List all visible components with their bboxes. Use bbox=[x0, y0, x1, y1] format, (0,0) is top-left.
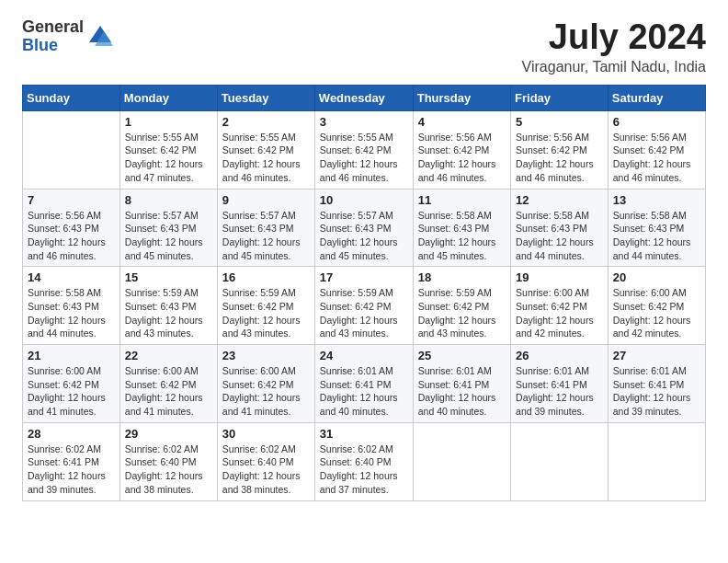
day-info: Sunrise: 5:57 AM Sunset: 6:43 PM Dayligh… bbox=[125, 209, 212, 263]
calendar-cell: 25Sunrise: 6:01 AM Sunset: 6:41 PM Dayli… bbox=[413, 345, 510, 423]
day-info: Sunrise: 5:58 AM Sunset: 6:43 PM Dayligh… bbox=[613, 209, 700, 263]
day-info: Sunrise: 6:02 AM Sunset: 6:41 PM Dayligh… bbox=[28, 442, 115, 497]
weekday-header-sunday: Sunday bbox=[23, 85, 120, 110]
day-info: Sunrise: 5:56 AM Sunset: 6:42 PM Dayligh… bbox=[613, 131, 700, 185]
month-title: July 2024 bbox=[522, 18, 706, 57]
day-number: 7 bbox=[28, 193, 115, 207]
day-number: 23 bbox=[222, 349, 310, 362]
calendar-cell: 12Sunrise: 5:58 AM Sunset: 6:43 PM Dayli… bbox=[511, 189, 609, 267]
location-title: Viraganur, Tamil Nadu, India bbox=[522, 59, 706, 75]
week-row-5: 28Sunrise: 6:02 AM Sunset: 6:41 PM Dayli… bbox=[23, 422, 706, 500]
day-number: 8 bbox=[125, 193, 212, 207]
day-number: 16 bbox=[222, 270, 310, 284]
calendar-cell: 7Sunrise: 5:56 AM Sunset: 6:43 PM Daylig… bbox=[23, 189, 120, 267]
day-number: 15 bbox=[125, 270, 212, 284]
title-area: July 2024 Viraganur, Tamil Nadu, India bbox=[522, 18, 706, 75]
day-number: 10 bbox=[320, 193, 408, 207]
calendar-cell: 23Sunrise: 6:00 AM Sunset: 6:42 PM Dayli… bbox=[217, 345, 314, 423]
day-info: Sunrise: 6:02 AM Sunset: 6:40 PM Dayligh… bbox=[125, 442, 212, 497]
day-info: Sunrise: 6:01 AM Sunset: 6:41 PM Dayligh… bbox=[613, 364, 700, 419]
calendar-cell: 2Sunrise: 5:55 AM Sunset: 6:42 PM Daylig… bbox=[217, 110, 314, 189]
day-number: 21 bbox=[28, 349, 115, 362]
day-info: Sunrise: 5:57 AM Sunset: 6:43 PM Dayligh… bbox=[320, 209, 408, 263]
day-info: Sunrise: 6:02 AM Sunset: 6:40 PM Dayligh… bbox=[222, 442, 310, 497]
calendar-cell: 4Sunrise: 5:56 AM Sunset: 6:42 PM Daylig… bbox=[413, 110, 510, 189]
weekday-header-row: SundayMondayTuesdayWednesdayThursdayFrid… bbox=[23, 85, 706, 110]
calendar-cell: 3Sunrise: 5:55 AM Sunset: 6:42 PM Daylig… bbox=[314, 110, 413, 189]
day-info: Sunrise: 5:59 AM Sunset: 6:42 PM Dayligh… bbox=[418, 286, 506, 340]
day-info: Sunrise: 5:55 AM Sunset: 6:42 PM Dayligh… bbox=[125, 131, 212, 185]
day-info: Sunrise: 6:00 AM Sunset: 6:42 PM Dayligh… bbox=[125, 364, 212, 419]
logo-icon bbox=[87, 24, 113, 50]
day-number: 3 bbox=[320, 115, 408, 129]
day-number: 18 bbox=[418, 270, 506, 284]
day-info: Sunrise: 5:56 AM Sunset: 6:42 PM Dayligh… bbox=[418, 131, 506, 185]
day-number: 25 bbox=[418, 349, 506, 362]
day-info: Sunrise: 6:01 AM Sunset: 6:41 PM Dayligh… bbox=[516, 364, 603, 419]
calendar-cell: 21Sunrise: 6:00 AM Sunset: 6:42 PM Dayli… bbox=[23, 345, 120, 423]
day-info: Sunrise: 6:00 AM Sunset: 6:42 PM Dayligh… bbox=[516, 286, 603, 340]
day-number: 20 bbox=[613, 270, 700, 284]
day-info: Sunrise: 5:58 AM Sunset: 6:43 PM Dayligh… bbox=[516, 209, 603, 263]
week-row-3: 14Sunrise: 5:58 AM Sunset: 6:43 PM Dayli… bbox=[23, 267, 706, 345]
week-row-1: 1Sunrise: 5:55 AM Sunset: 6:42 PM Daylig… bbox=[23, 110, 706, 189]
day-number: 26 bbox=[516, 349, 603, 362]
day-number: 27 bbox=[613, 349, 700, 362]
calendar-cell: 18Sunrise: 5:59 AM Sunset: 6:42 PM Dayli… bbox=[413, 267, 510, 345]
day-info: Sunrise: 5:55 AM Sunset: 6:42 PM Dayligh… bbox=[222, 131, 310, 185]
day-number: 22 bbox=[125, 349, 212, 362]
day-info: Sunrise: 5:56 AM Sunset: 6:43 PM Dayligh… bbox=[28, 209, 115, 263]
day-info: Sunrise: 6:01 AM Sunset: 6:41 PM Dayligh… bbox=[418, 364, 506, 419]
day-number: 5 bbox=[516, 115, 603, 129]
day-number: 31 bbox=[320, 427, 408, 441]
day-info: Sunrise: 6:00 AM Sunset: 6:42 PM Dayligh… bbox=[222, 364, 310, 419]
calendar-cell: 6Sunrise: 5:56 AM Sunset: 6:42 PM Daylig… bbox=[608, 110, 705, 189]
day-info: Sunrise: 5:59 AM Sunset: 6:43 PM Dayligh… bbox=[125, 286, 212, 340]
calendar-cell: 31Sunrise: 6:02 AM Sunset: 6:40 PM Dayli… bbox=[314, 422, 413, 500]
calendar-cell: 29Sunrise: 6:02 AM Sunset: 6:40 PM Dayli… bbox=[119, 422, 217, 500]
calendar-cell: 13Sunrise: 5:58 AM Sunset: 6:43 PM Dayli… bbox=[608, 189, 705, 267]
calendar-cell: 8Sunrise: 5:57 AM Sunset: 6:43 PM Daylig… bbox=[119, 189, 217, 267]
calendar-cell: 20Sunrise: 6:00 AM Sunset: 6:42 PM Dayli… bbox=[608, 267, 705, 345]
calendar-cell: 5Sunrise: 5:56 AM Sunset: 6:42 PM Daylig… bbox=[511, 110, 609, 189]
calendar-cell: 10Sunrise: 5:57 AM Sunset: 6:43 PM Dayli… bbox=[314, 189, 413, 267]
day-number: 9 bbox=[222, 193, 310, 207]
calendar-cell: 16Sunrise: 5:59 AM Sunset: 6:42 PM Dayli… bbox=[217, 267, 314, 345]
weekday-header-wednesday: Wednesday bbox=[314, 85, 413, 110]
calendar-cell: 19Sunrise: 6:00 AM Sunset: 6:42 PM Dayli… bbox=[511, 267, 609, 345]
week-row-4: 21Sunrise: 6:00 AM Sunset: 6:42 PM Dayli… bbox=[23, 345, 706, 423]
calendar-cell bbox=[608, 422, 705, 500]
page-header: General Blue July 2024 Viraganur, Tamil … bbox=[22, 18, 706, 75]
logo-blue: Blue bbox=[22, 37, 84, 55]
calendar-cell: 11Sunrise: 5:58 AM Sunset: 6:43 PM Dayli… bbox=[413, 189, 510, 267]
day-info: Sunrise: 5:57 AM Sunset: 6:43 PM Dayligh… bbox=[222, 209, 310, 263]
day-number: 28 bbox=[28, 427, 115, 441]
calendar-cell: 27Sunrise: 6:01 AM Sunset: 6:41 PM Dayli… bbox=[608, 345, 705, 423]
calendar-cell bbox=[413, 422, 510, 500]
day-info: Sunrise: 6:00 AM Sunset: 6:42 PM Dayligh… bbox=[613, 286, 700, 340]
calendar-cell: 22Sunrise: 6:00 AM Sunset: 6:42 PM Dayli… bbox=[119, 345, 217, 423]
day-number: 4 bbox=[418, 115, 506, 129]
day-number: 1 bbox=[125, 115, 212, 129]
calendar-cell: 9Sunrise: 5:57 AM Sunset: 6:43 PM Daylig… bbox=[217, 189, 314, 267]
week-row-2: 7Sunrise: 5:56 AM Sunset: 6:43 PM Daylig… bbox=[23, 189, 706, 267]
day-info: Sunrise: 5:59 AM Sunset: 6:42 PM Dayligh… bbox=[222, 286, 310, 340]
day-info: Sunrise: 6:02 AM Sunset: 6:40 PM Dayligh… bbox=[320, 442, 408, 497]
day-number: 17 bbox=[320, 270, 408, 284]
weekday-header-saturday: Saturday bbox=[608, 85, 705, 110]
calendar-cell: 28Sunrise: 6:02 AM Sunset: 6:41 PM Dayli… bbox=[23, 422, 120, 500]
day-number: 13 bbox=[613, 193, 700, 207]
day-info: Sunrise: 5:58 AM Sunset: 6:43 PM Dayligh… bbox=[418, 209, 506, 263]
day-info: Sunrise: 6:01 AM Sunset: 6:41 PM Dayligh… bbox=[320, 364, 408, 419]
weekday-header-monday: Monday bbox=[119, 85, 217, 110]
calendar-cell: 15Sunrise: 5:59 AM Sunset: 6:43 PM Dayli… bbox=[119, 267, 217, 345]
day-info: Sunrise: 6:00 AM Sunset: 6:42 PM Dayligh… bbox=[28, 364, 115, 419]
day-number: 6 bbox=[613, 115, 700, 129]
calendar-cell: 1Sunrise: 5:55 AM Sunset: 6:42 PM Daylig… bbox=[119, 110, 217, 189]
day-number: 29 bbox=[125, 427, 212, 441]
weekday-header-thursday: Thursday bbox=[413, 85, 510, 110]
day-number: 2 bbox=[222, 115, 310, 129]
day-number: 12 bbox=[516, 193, 603, 207]
logo: General Blue bbox=[22, 18, 113, 55]
logo-text: General Blue bbox=[22, 18, 84, 55]
